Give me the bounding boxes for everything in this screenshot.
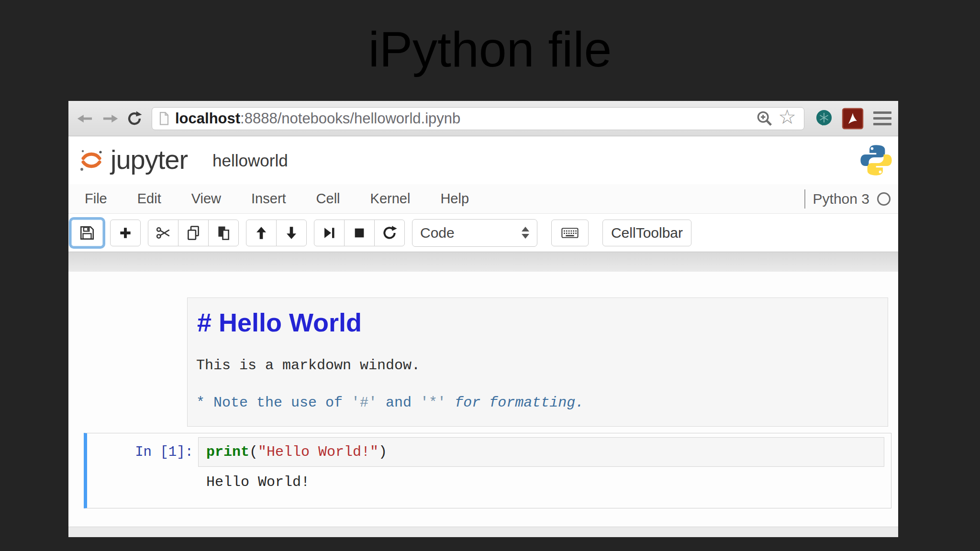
markdown-cell[interactable]: # Hello World This is a markdown window.… bbox=[187, 298, 888, 427]
note-hash-token: '#' bbox=[351, 395, 377, 411]
input-prompt: In [1]: bbox=[87, 437, 193, 460]
token-paren-close: ) bbox=[379, 444, 387, 460]
forward-icon[interactable] bbox=[101, 112, 119, 125]
menu-help[interactable]: Help bbox=[440, 191, 469, 207]
save-button[interactable] bbox=[71, 220, 103, 246]
cell-type-value: Code bbox=[420, 225, 455, 241]
back-icon[interactable] bbox=[76, 112, 94, 125]
adobe-acrobat-icon[interactable] bbox=[842, 108, 864, 130]
markdown-heading: # Hello World bbox=[197, 308, 876, 337]
bookmark-star-icon[interactable]: ☆ bbox=[778, 107, 796, 127]
url-path: :8888/notebooks/helloworld.ipynb bbox=[240, 110, 460, 127]
cell-type-select[interactable]: Code bbox=[412, 219, 537, 247]
token-string: "Hello World!" bbox=[258, 444, 379, 460]
zoom-icon[interactable] bbox=[755, 109, 774, 128]
note-star-token: '*' bbox=[420, 395, 446, 411]
url-text[interactable]: localhost:8888/notebooks/helloworld.ipyn… bbox=[175, 110, 460, 127]
notebook-header: jupyter helloworld bbox=[68, 136, 898, 184]
python-logo-icon bbox=[858, 142, 894, 178]
kernel-divider bbox=[804, 189, 805, 209]
markdown-paragraph: This is a markdown window. bbox=[196, 357, 876, 374]
kernel-status-icon bbox=[877, 192, 891, 206]
add-cell-button[interactable] bbox=[110, 220, 141, 246]
command-palette-button[interactable] bbox=[551, 220, 589, 246]
jupyter-brand-text[interactable]: jupyter bbox=[111, 144, 188, 175]
note-text: and bbox=[377, 395, 420, 411]
notebook-title[interactable]: helloworld bbox=[212, 151, 288, 170]
move-down-button[interactable] bbox=[276, 220, 307, 246]
move-up-button[interactable] bbox=[246, 220, 277, 246]
toolbar-divider bbox=[68, 252, 898, 272]
jupyter-logo-icon bbox=[77, 146, 106, 175]
cell-output-text: Hello World! bbox=[206, 474, 884, 490]
url-omnibox[interactable]: localhost:8888/notebooks/helloworld.ipyn… bbox=[152, 107, 804, 130]
markdown-note-line: * Note the use of '#' and '*' for format… bbox=[196, 395, 876, 411]
kernel-name: Python 3 bbox=[813, 191, 869, 207]
celltoolbar-label: CellToolbar bbox=[611, 225, 683, 241]
cut-cells-button[interactable] bbox=[148, 220, 178, 246]
run-cell-button[interactable] bbox=[314, 220, 345, 246]
code-input-row: In [1]: print("Hello World!") bbox=[87, 437, 884, 467]
menu-view[interactable]: View bbox=[191, 191, 221, 207]
menu-file[interactable]: File bbox=[85, 191, 107, 207]
page-icon bbox=[157, 111, 171, 126]
edit-button-group bbox=[148, 220, 239, 246]
notebook-body: # Hello World This is a markdown window.… bbox=[68, 272, 898, 527]
celltoolbar-button[interactable]: CellToolbar bbox=[602, 220, 691, 246]
note-text bbox=[446, 395, 455, 411]
select-arrows-icon bbox=[522, 227, 529, 239]
refresh-icon[interactable] bbox=[126, 110, 143, 127]
copy-cells-button[interactable] bbox=[178, 220, 209, 246]
note-italic-text: for formatting. bbox=[455, 395, 584, 411]
window-bottom-strip bbox=[68, 527, 898, 537]
token-paren-open: ( bbox=[249, 444, 258, 460]
stop-kernel-button[interactable] bbox=[344, 220, 375, 246]
run-button-group bbox=[314, 220, 405, 246]
paste-cells-button[interactable] bbox=[208, 220, 239, 246]
url-host: localhost bbox=[175, 110, 240, 127]
notebook-menubar: File Edit View Insert Cell Kernel Help P… bbox=[68, 184, 898, 214]
restart-kernel-button[interactable] bbox=[374, 220, 405, 246]
browser-address-bar: localhost:8888/notebooks/helloworld.ipyn… bbox=[68, 101, 898, 136]
slide: iPython file localhost:8888/notebooks/he… bbox=[0, 0, 980, 551]
menu-cell[interactable]: Cell bbox=[316, 191, 340, 207]
menu-edit[interactable]: Edit bbox=[137, 191, 161, 207]
slide-title: iPython file bbox=[0, 21, 980, 78]
move-button-group bbox=[246, 220, 307, 246]
code-input-editor[interactable]: print("Hello World!") bbox=[198, 437, 884, 467]
notebook-toolbar: Code CellToolbar bbox=[68, 214, 898, 252]
browser-menu-icon[interactable] bbox=[873, 111, 891, 125]
code-cell-selected[interactable]: In [1]: print("Hello World!") Hello Worl… bbox=[84, 433, 891, 508]
note-text: * Note the use of bbox=[196, 395, 351, 411]
token-print: print bbox=[206, 444, 249, 460]
kernel-indicator-area: Python 3 bbox=[804, 189, 891, 209]
browser-window: localhost:8888/notebooks/helloworld.ipyn… bbox=[68, 101, 898, 537]
extension-teal-icon[interactable] bbox=[813, 108, 835, 130]
menu-kernel[interactable]: Kernel bbox=[370, 191, 411, 207]
menu-insert[interactable]: Insert bbox=[251, 191, 286, 207]
